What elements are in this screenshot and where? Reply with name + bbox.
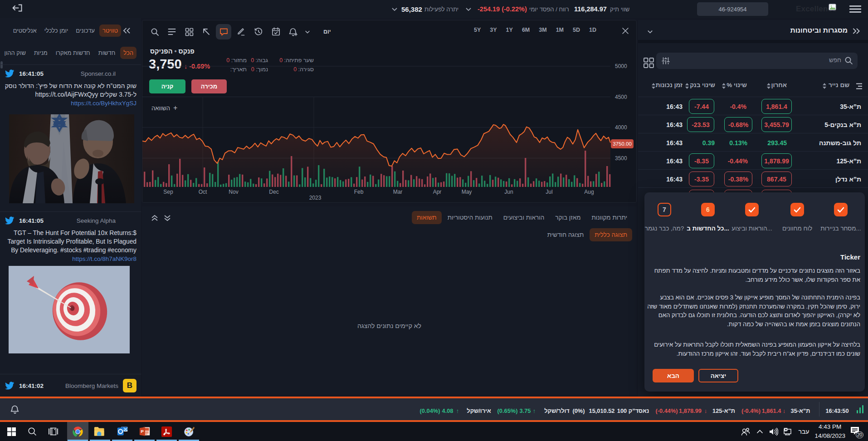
svg-text:Mar: Mar [393,189,403,195]
svg-text:Apr: Apr [433,189,442,195]
svg-text:Dec: Dec [269,189,278,195]
svg-text:Jun: Jun [504,189,513,195]
svg-text:Nov: Nov [229,189,238,195]
svg-text:Sep: Sep [163,189,173,195]
svg-text:May: May [462,189,472,195]
svg-text:3500: 3500 [615,155,627,162]
svg-text:4000: 4000 [615,124,627,131]
svg-text:Aug: Aug [584,189,594,195]
svg-text:2023: 2023 [309,195,322,201]
svg-text:P: P [141,429,143,434]
svg-text:Oct: Oct [199,189,207,195]
svg-text:4500: 4500 [615,94,627,100]
svg-text:5000: 5000 [615,63,627,69]
svg-text:Jul: Jul [546,189,552,195]
svg-text:3750.00: 3750.00 [613,141,632,147]
svg-text:Feb: Feb [354,189,364,195]
